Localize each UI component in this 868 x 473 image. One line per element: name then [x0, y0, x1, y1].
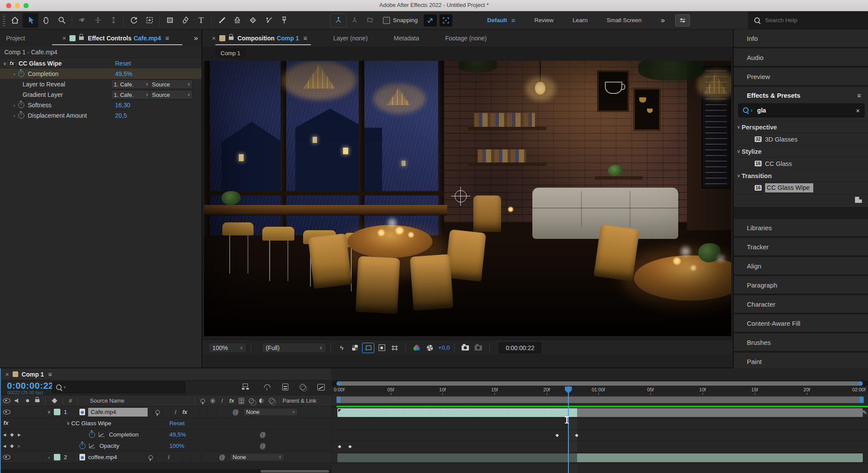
hand-tool[interactable]: [38, 13, 54, 28]
frame-blend-switch[interactable]: [189, 408, 198, 416]
cafe-layer-bar-tail[interactable]: [577, 408, 863, 417]
collapse-effect-icon[interactable]: ∨: [2, 61, 8, 66]
softness-row[interactable]: › Softness 16,30: [0, 100, 201, 111]
tab-effect-controls[interactable]: Effect Controls: [88, 35, 131, 42]
composition-viewer[interactable]: Comp 1: [202, 46, 733, 340]
rectangle-tool[interactable]: [162, 13, 178, 28]
panel-paragraph[interactable]: Paragraph: [734, 276, 868, 294]
playhead-line[interactable]: [568, 386, 569, 473]
effects-presets-header[interactable]: Effects & Presets ≡: [734, 87, 868, 103]
help-search-input[interactable]: [764, 17, 853, 24]
time-navigator-scrollbar[interactable]: [332, 381, 868, 386]
channel-button[interactable]: [411, 343, 422, 353]
tab-composition-comp[interactable]: Comp 1: [277, 35, 299, 42]
close-tab-icon[interactable]: ×: [5, 370, 9, 378]
text-tool[interactable]: T: [193, 13, 209, 28]
panel-preview[interactable]: Preview: [734, 68, 868, 86]
rotation-tool[interactable]: [126, 13, 142, 28]
coffee-layer-bar-tail[interactable]: [577, 453, 863, 462]
prev-keyframe-icon[interactable]: ◀: [1, 433, 8, 437]
mask-visibility-button[interactable]: [376, 343, 387, 353]
quality-switch[interactable]: /: [164, 453, 173, 461]
frame-blend-switch[interactable]: [182, 453, 191, 461]
add-keyframe-icon[interactable]: ◆: [8, 443, 16, 449]
panel-menu-icon[interactable]: ≡: [48, 370, 52, 378]
effect-cc-glass[interactable]: 16 CC Glass: [734, 157, 868, 169]
eraser-tool[interactable]: [245, 13, 261, 28]
parent-dropdown[interactable]: None ∨: [243, 408, 298, 416]
effect-row-cc-glass-wipe[interactable]: ∨ CC Glass Wipe Reset: [1, 418, 331, 429]
property-value[interactable]: 20,5: [115, 112, 127, 119]
magnification-dropdown[interactable]: 100% ∨: [208, 343, 247, 353]
prev-keyframe-icon[interactable]: ◀: [1, 444, 8, 448]
parent-dropdown[interactable]: None ∨: [230, 453, 284, 461]
panel-tracker[interactable]: Tracker: [734, 238, 868, 256]
guides-button[interactable]: [389, 343, 400, 353]
tab-footage[interactable]: Footage (none): [445, 35, 487, 42]
effect-name[interactable]: CC Glass Wipe: [19, 60, 62, 67]
local-axis-mode[interactable]: [330, 13, 347, 27]
effects-switch[interactable]: fx: [180, 408, 189, 416]
effects-group-transition[interactable]: ∨ Transition: [734, 169, 868, 182]
close-tab-icon[interactable]: ×: [212, 34, 216, 42]
layer-to-reveal-dropdown[interactable]: 1. Cafe. ∨: [111, 79, 151, 89]
effect-name[interactable]: CC Glass Wipe: [71, 420, 111, 427]
pan-camera-tool[interactable]: [90, 13, 106, 28]
tab-timeline-comp[interactable]: Comp 1: [22, 371, 44, 378]
expand-layer-icon[interactable]: ›: [46, 455, 52, 460]
workspace-small-screen[interactable]: Small Screen: [607, 17, 641, 23]
cafe-layer-bar[interactable]: [337, 408, 577, 417]
quality-switch[interactable]: /: [171, 408, 180, 416]
work-area-bar[interactable]: [332, 395, 868, 406]
tab-metadata[interactable]: Metadata: [394, 35, 419, 42]
collapse-layer-icon[interactable]: ∨: [46, 409, 52, 415]
transparency-grid-button[interactable]: [349, 343, 360, 353]
effect-reset-link[interactable]: Reset: [169, 420, 185, 427]
track-row-cafe[interactable]: ✎: [332, 407, 868, 419]
clear-search-icon[interactable]: ×: [856, 107, 860, 114]
puppet-pin-tool[interactable]: [276, 13, 292, 28]
expand-property-icon[interactable]: ›: [11, 113, 17, 118]
effect-header-row[interactable]: ∨ fx CC Glass Wipe Reset: [0, 58, 201, 69]
fast-previews-button[interactable]: ϟ: [336, 343, 347, 353]
keyframe-icon[interactable]: ◆: [555, 433, 559, 437]
graph-icon[interactable]: [89, 443, 95, 448]
workspace-menu-icon[interactable]: ≡: [512, 17, 515, 24]
collapse-switch[interactable]: [162, 408, 171, 416]
brush-tool[interactable]: [214, 13, 229, 28]
motion-blur-button[interactable]: [296, 382, 309, 392]
orbit-camera-tool[interactable]: [74, 13, 90, 28]
view-axis-mode[interactable]: [362, 13, 378, 28]
panel-libraries[interactable]: Libraries: [734, 219, 868, 237]
lock-icon[interactable]: [229, 36, 234, 40]
new-panel-icon[interactable]: [855, 197, 862, 203]
next-keyframe-icon[interactable]: ▶: [16, 444, 23, 448]
graph-editor-button[interactable]: [314, 382, 327, 392]
roto-brush-tool[interactable]: [261, 13, 276, 28]
stopwatch-icon[interactable]: [18, 102, 24, 108]
layer-name[interactable]: coffee.mp4: [88, 454, 117, 460]
eye-icon[interactable]: [1, 410, 12, 414]
composition-mini-flowchart-button[interactable]: [239, 382, 252, 392]
add-keyframe-icon[interactable]: ◆: [8, 432, 16, 437]
expand-property-icon[interactable]: ›: [11, 103, 17, 108]
panel-audio[interactable]: Audio: [734, 49, 868, 67]
lock-icon[interactable]: [79, 36, 84, 40]
zoom-tool[interactable]: [54, 13, 69, 28]
next-keyframe-icon[interactable]: ▶: [16, 433, 23, 437]
pickwhip-icon[interactable]: @: [260, 443, 266, 450]
world-axis-mode[interactable]: [347, 13, 362, 28]
completion-row[interactable]: › Completion 49,5%: [0, 69, 201, 79]
clone-stamp-tool[interactable]: [229, 13, 245, 28]
time-ruler[interactable]: 0:00f 05f 10f 15f 20f 01:00f 05f 10f 15f…: [332, 386, 868, 395]
stopwatch-icon[interactable]: [79, 443, 86, 449]
layer-row-cafe[interactable]: ∨ 1 Cafe.mp4 / fx @ None ∨: [1, 407, 331, 418]
track-row-opacity[interactable]: ◆ ◆: [332, 441, 868, 453]
effect-3d-glasses[interactable]: 32 3D Glasses: [734, 133, 868, 145]
property-value[interactable]: 100%: [169, 443, 185, 449]
snap-grid-button[interactable]: [439, 14, 452, 26]
home-button[interactable]: [7, 13, 23, 28]
layer-to-reveal-mode-dropdown[interactable]: Source ∨: [149, 79, 193, 89]
gradient-layer-dropdown[interactable]: 1. Cafe. ∨: [111, 90, 151, 99]
tab-effect-controls-target[interactable]: Cafe.mp4: [134, 35, 161, 42]
